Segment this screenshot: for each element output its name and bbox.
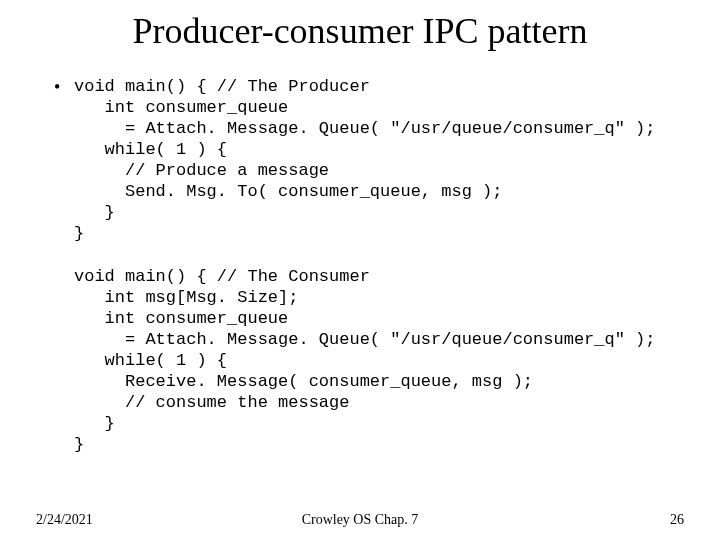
bullet-item-consumer: void main() { // The Consumer int msg[Ms…	[54, 266, 694, 455]
footer-page-number: 26	[670, 512, 684, 528]
footer-date: 2/24/2021	[36, 512, 93, 528]
bullet-dot-icon: •	[54, 76, 74, 98]
slide-title: Producer-consumer IPC pattern	[0, 10, 720, 52]
bullet-item-producer: • void main() { // The Producer int cons…	[54, 76, 694, 244]
slide: Producer-consumer IPC pattern • void mai…	[0, 0, 720, 540]
code-block-consumer: void main() { // The Consumer int msg[Ms…	[74, 266, 656, 455]
slide-body: • void main() { // The Producer int cons…	[54, 76, 694, 455]
footer-source: Crowley OS Chap. 7	[36, 512, 684, 528]
code-block-producer: void main() { // The Producer int consum…	[74, 76, 656, 244]
slide-footer: 2/24/2021 Crowley OS Chap. 7 26	[36, 512, 684, 528]
